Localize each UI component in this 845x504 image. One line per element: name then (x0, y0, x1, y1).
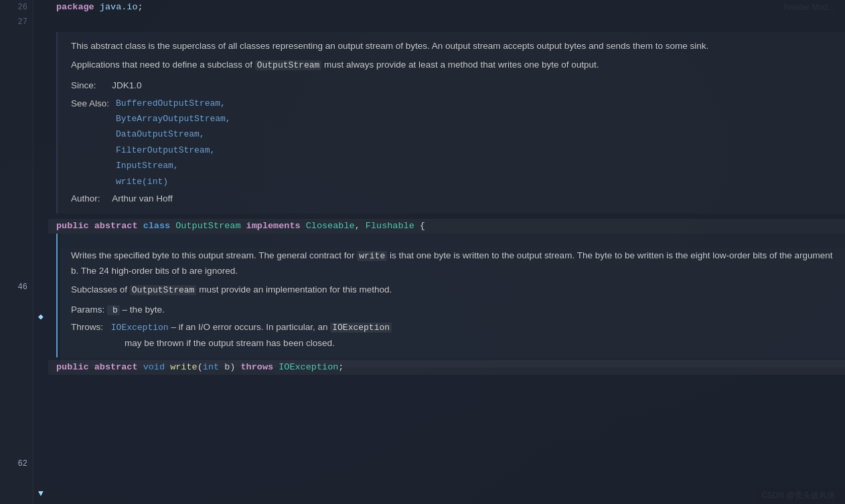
since-row: Since: JDK1.0 (71, 78, 832, 94)
class-doc-block: This abstract class is the superclass of… (56, 32, 845, 214)
method-desc-p2: Subclasses of OutputStream must provide … (71, 282, 834, 298)
type-void: void (143, 360, 165, 375)
link-filterout[interactable]: FilterOutputStream, (116, 143, 231, 158)
content-area: package java.io ; This abstract class is… (48, 0, 845, 504)
params-row: Params: b – the byte. (71, 302, 834, 318)
params-b: b (107, 305, 120, 315)
link-writeint[interactable]: write(int) (116, 174, 231, 189)
method-doc-wrapper: Writes the specified byte to this output… (48, 248, 845, 357)
method-meta: Params: b – the byte. Throws: IOExceptio… (71, 302, 834, 352)
throws-main-row: Throws: IOException – if an I/O error oc… (71, 319, 834, 335)
kw-throws: throws (241, 360, 274, 375)
iface-closeable: Closeable (306, 219, 355, 234)
kw-public2: public (56, 360, 89, 375)
class-name-outputstream: OutputStream (175, 219, 240, 234)
since-value: JDK1.0 (98, 80, 141, 90)
link-bytearr[interactable]: ByteArrayOutputStream, (116, 111, 231, 127)
ioexception-mono: IOException (330, 323, 392, 333)
see-also-links-list: BufferedOutputStream, ByteArrayOutputStr… (109, 96, 231, 189)
icon-area: ◆ ▼ (33, 0, 48, 504)
link-buffered[interactable]: BufferedOutputStream, (116, 96, 231, 111)
line-num-62: 62 (18, 456, 27, 471)
link-dataout[interactable]: DataOutputStream, (116, 127, 231, 142)
outputstream-mono2: OutputStream (130, 285, 197, 295)
see-also-label: See Also: (71, 96, 109, 112)
see-also-row: See Also: BufferedOutputStream, ByteArra… (71, 96, 832, 189)
author-value: Arthur van Hoff (102, 193, 173, 203)
code-line-46: public abstract class OutputStream imple… (48, 219, 845, 234)
class-desc-p1: This abstract class is the superclass of… (71, 39, 832, 54)
collapse-icon-62[interactable]: ▼ (38, 486, 44, 501)
doc-meta-block: Since: JDK1.0 See Also: BufferedOutputSt… (71, 78, 832, 207)
throws-desc: – if an I/O error occurs. In particular,… (171, 322, 392, 332)
cursor-bar-row (48, 234, 845, 248)
kw-implements: implements (246, 219, 301, 234)
params-desc: – the byte. (123, 305, 165, 315)
cursor-bar (56, 234, 58, 248)
iface-flushable: Flushable (366, 219, 414, 234)
keyword-package: package (56, 0, 94, 15)
method-desc-p1: Writes the specified byte to this output… (71, 248, 834, 278)
params-label: Params: (71, 305, 104, 315)
throws-label: Throws: (71, 322, 103, 332)
code-line-62: public abstract void write ( int b) thro… (48, 360, 845, 375)
method-description: Writes the specified byte to this output… (71, 248, 834, 297)
line-num-27: 27 (18, 15, 27, 29)
type-int: int (203, 360, 219, 375)
class-ioexception: IOException (279, 360, 338, 375)
throws-ioexception-link[interactable]: IOException (106, 323, 169, 333)
author-label: Author: (71, 193, 100, 203)
kw-public: public (56, 219, 89, 234)
link-inputstream[interactable]: InputStream, (116, 158, 231, 173)
kw-abstract2: abstract (94, 360, 138, 375)
space1 (94, 0, 100, 15)
class-desc-p2: Applications that need to define a subcl… (71, 58, 832, 73)
kw-abstract: abstract (94, 219, 138, 234)
class-description: This abstract class is the superclass of… (71, 39, 832, 72)
kw-class: class (143, 219, 171, 234)
collapse-icon-46[interactable]: ◆ (38, 309, 44, 324)
line-num-26: 26 (18, 0, 27, 15)
method-doc-content: Writes the specified byte to this output… (60, 248, 845, 357)
code-line-26: package java.io ; (48, 0, 845, 15)
write-mono: write (357, 251, 387, 261)
author-row: Author: Arthur van Hoff (71, 191, 832, 207)
package-name: java.io (100, 0, 138, 15)
punc-semi: ; (138, 0, 143, 15)
line-numbers: 26 27 46 62 (0, 0, 33, 504)
since-label: Since: (71, 80, 96, 90)
fold-icon-62[interactable]: ▼ (38, 489, 44, 499)
fn-write: write (170, 360, 198, 375)
throws-row: Throws: IOException – if an I/O error oc… (71, 319, 834, 352)
outputstream-mono: OutputStream (255, 60, 322, 70)
code-line-27 (48, 15, 845, 29)
throws-second-line: may be thrown if the output stream has b… (71, 335, 834, 351)
line-num-46: 46 (18, 280, 27, 295)
cursor-bar-2 (56, 248, 58, 357)
fold-icon[interactable]: ◆ (38, 311, 44, 322)
